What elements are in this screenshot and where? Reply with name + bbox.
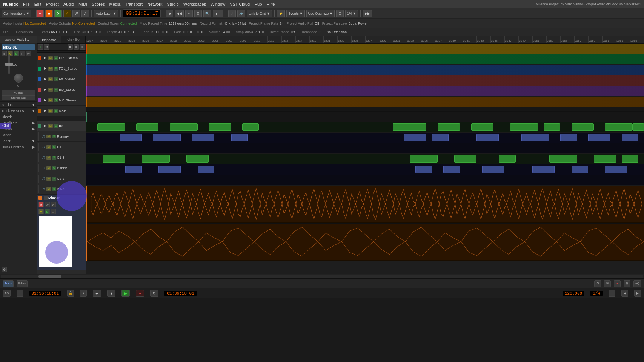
hscroll-thumb[interactable] xyxy=(38,275,61,278)
clip-danny-4[interactable] xyxy=(410,155,438,163)
bb-grid-icon[interactable]: ⊞ xyxy=(624,280,630,287)
st-rewind-btn[interactable]: ⏮ xyxy=(93,290,101,297)
clip-rammy-7[interactable] xyxy=(438,123,460,131)
track-solo-mae[interactable]: S xyxy=(54,109,58,113)
clip-c12-6[interactable] xyxy=(432,134,449,141)
hscroll-track[interactable] xyxy=(1,275,643,278)
clip-rammy-3[interactable] xyxy=(170,123,198,131)
clip-rammy-12[interactable] xyxy=(605,123,633,131)
st-metro-btn[interactable]: ♩ xyxy=(609,290,615,297)
tb-btn-a[interactable]: A xyxy=(81,10,89,17)
tc-col2[interactable]: ▦ xyxy=(74,44,79,50)
tc-col3[interactable]: ▥ xyxy=(80,44,85,50)
track-solo-mx[interactable]: S xyxy=(54,98,58,102)
quantize-value-dropdown[interactable]: 1/4 ▼ xyxy=(345,10,358,17)
st-aq-btn[interactable]: AQ xyxy=(3,290,11,297)
clip-c22-4[interactable] xyxy=(415,166,432,173)
menu-transport[interactable]: Transport xyxy=(125,2,143,6)
track-mute-dx[interactable]: M xyxy=(48,124,53,128)
clip-rammy-9[interactable] xyxy=(510,123,538,131)
equalizers-row[interactable]: Equalizers ▶ xyxy=(0,120,37,126)
clip-c22-7[interactable] xyxy=(532,166,555,173)
clip-rammy-10[interactable] xyxy=(544,123,560,131)
track-mute-c23[interactable]: M xyxy=(46,187,51,191)
st-lock-btn[interactable]: 🔒 xyxy=(67,290,74,297)
btn-w2[interactable]: W xyxy=(26,51,31,56)
track-row-dx[interactable]: ▶ M S DX xyxy=(37,121,86,131)
vis-tab-visibility[interactable]: Visibility xyxy=(61,36,86,43)
menu-midi[interactable]: MIDI xyxy=(78,2,87,6)
tracks-timeline[interactable] xyxy=(86,44,644,274)
clip-rammy-5[interactable] xyxy=(242,123,259,131)
tb-more-tools[interactable]: ▶▶ xyxy=(363,10,372,17)
track-solo-dx[interactable]: S xyxy=(54,124,58,128)
track-mute-rammy[interactable]: M xyxy=(46,135,51,138)
clip-c12-5[interactable] xyxy=(404,134,426,141)
track-mute-fx[interactable]: M xyxy=(48,77,53,81)
track-solo-c12[interactable]: S xyxy=(52,145,56,149)
track-row-mx[interactable]: ▶ M S MX_Stereo xyxy=(37,95,86,106)
clip-c22-8[interactable] xyxy=(572,166,588,173)
tb-prev[interactable]: ◀◀ xyxy=(175,10,184,17)
inserts-row[interactable]: Inserts ▶ xyxy=(0,126,37,132)
track-row-c22[interactable]: 🎵 M S C2-2 xyxy=(37,173,86,184)
tab-editor[interactable]: Editor xyxy=(17,280,28,287)
track-solo-danny[interactable]: S xyxy=(52,166,56,170)
menu-media[interactable]: Media xyxy=(109,2,121,6)
clip-c12-3[interactable] xyxy=(192,134,214,141)
track-solo-c22[interactable]: S xyxy=(52,177,56,181)
clip-c12-8[interactable] xyxy=(521,134,549,141)
clip-c12-1[interactable] xyxy=(120,134,142,141)
tb-snap[interactable]: ⊞ xyxy=(194,10,202,17)
btn-r[interactable]: R xyxy=(20,51,25,56)
track-row-fol[interactable]: ▶ M S FOL_Stereo xyxy=(37,63,86,74)
clip-c12-9[interactable] xyxy=(560,134,577,141)
events-dropdown[interactable]: Events ▼ xyxy=(286,10,304,17)
st-play-btn[interactable]: ▶ xyxy=(121,290,130,297)
menu-edit[interactable]: Edit xyxy=(34,2,41,6)
menu-workspaces[interactable]: Workspaces xyxy=(183,2,206,6)
tab-track[interactable]: Track xyxy=(3,280,14,287)
clip-c22-9[interactable] xyxy=(605,166,627,173)
clip-c12-10[interactable] xyxy=(588,134,610,141)
track-solo-c23[interactable]: S xyxy=(52,187,56,191)
track-mute-c13[interactable]: M xyxy=(46,156,51,160)
clip-danny-3[interactable] xyxy=(186,155,209,163)
menu-window[interactable]: Window xyxy=(211,2,225,6)
track-versions-row[interactable]: Track Versions ▼ xyxy=(0,108,37,114)
no-bus-btn[interactable]: No Bus xyxy=(2,90,35,95)
track-mute-c12[interactable]: M xyxy=(46,145,51,149)
clip-c12-7[interactable] xyxy=(476,134,499,141)
track-solo-c13[interactable]: S xyxy=(52,156,56,160)
mix201-btn-e[interactable]: e xyxy=(51,202,56,207)
track-row-c13[interactable]: 🎵 M S C1-3 xyxy=(37,152,86,163)
track-solo-fx[interactable]: S xyxy=(54,77,58,81)
menu-file[interactable]: File xyxy=(23,2,30,6)
tc-settings[interactable]: ⚙ xyxy=(44,44,49,50)
mix201-btn-s[interactable]: S xyxy=(45,209,50,214)
st-stop-btn[interactable]: ■ xyxy=(107,290,115,297)
clip-rammy-13[interactable] xyxy=(633,123,644,131)
track-solo-opt[interactable]: S xyxy=(54,56,58,60)
st-end-l[interactable]: ▶ xyxy=(634,290,641,297)
bb-eye-icon[interactable]: 👁 xyxy=(604,280,611,287)
track-row-danny[interactable]: 🎵 M S Danny xyxy=(37,163,86,173)
tb-btn-punch[interactable]: A xyxy=(63,10,71,17)
pan-knob[interactable] xyxy=(14,74,23,83)
settings-icon[interactable]: ⚙ xyxy=(2,267,7,272)
tb-btn-w[interactable]: W xyxy=(72,10,80,17)
chords-row[interactable]: Chords + xyxy=(0,114,37,120)
menu-hilfe[interactable]: Hilfe xyxy=(266,2,275,6)
clip-danny-1[interactable] xyxy=(103,155,125,163)
menu-audio[interactable]: Audio xyxy=(63,2,74,6)
tb-link[interactable]: 🔗 xyxy=(237,10,245,17)
clip-danny-8[interactable] xyxy=(594,155,616,163)
st-fx-btn[interactable]: f xyxy=(17,290,23,297)
track-mute-opt[interactable]: M xyxy=(48,56,53,60)
menu-vstcloud[interactable]: VST Cloud xyxy=(230,2,250,6)
use-quantize-dropdown[interactable]: Use Quantize ▼ xyxy=(306,10,335,17)
track-solo-bq[interactable]: S xyxy=(54,88,58,92)
clip-c12-4[interactable] xyxy=(231,134,248,141)
mix201-btn-m[interactable]: M xyxy=(38,209,44,214)
track-row-c12[interactable]: 🎵 M S C1-2 xyxy=(37,142,86,152)
